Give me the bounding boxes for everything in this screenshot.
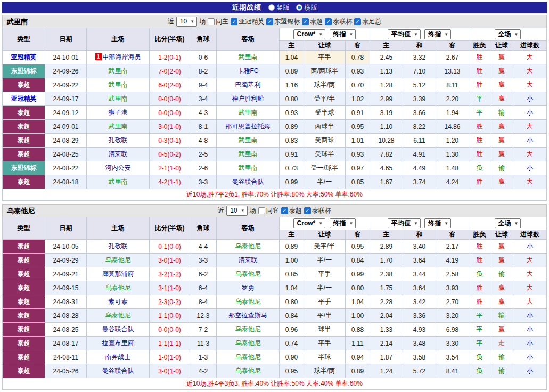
team-link[interactable]: 素可泰 xyxy=(109,298,128,305)
team-link[interactable]: 那空拉查斯马 xyxy=(229,312,267,319)
team-link[interactable]: 乌泰他尼 xyxy=(235,367,261,374)
team-link[interactable]: 乌泰他尼 xyxy=(235,242,261,250)
team-link[interactable]: 武里南 xyxy=(109,123,128,130)
home-team-cell: 1中部海岸海员 xyxy=(87,51,150,64)
odds-time-select[interactable]: 终指▼ xyxy=(330,29,356,39)
team-link[interactable]: 卡雅FC xyxy=(237,67,259,75)
league-checkbox[interactable]: ✓东盟锦标 xyxy=(266,17,300,26)
avg-time-select[interactable]: 终指▼ xyxy=(424,29,451,39)
goals-result-cell: 大 xyxy=(513,254,547,267)
team-link[interactable]: 武里南 xyxy=(239,109,258,116)
scope-select[interactable]: 全场▼ xyxy=(495,218,521,228)
league-type-cell[interactable]: 东盟锦标 xyxy=(3,64,45,78)
team-link[interactable]: 狮子港 xyxy=(109,109,128,116)
league-type-cell[interactable]: 泰超 xyxy=(3,323,45,337)
same-home-checkbox[interactable]: 同主 xyxy=(208,17,228,26)
col-avg-draw: 和 xyxy=(403,230,436,240)
match-date-cell: 24-08-28 xyxy=(45,309,87,323)
league-checkbox[interactable]: ✓亚冠精英 xyxy=(231,17,264,26)
team-link[interactable]: 武里南 xyxy=(239,150,258,158)
league-type-cell[interactable]: 泰超 xyxy=(3,337,45,350)
team-link[interactable]: 孔敬联 xyxy=(109,242,128,250)
league-type-cell[interactable]: 亚冠精英 xyxy=(3,92,45,106)
team-link[interactable]: 曼谷联合队 xyxy=(102,367,134,374)
avg-time-select[interactable]: 终指▼ xyxy=(424,218,451,228)
team-link[interactable]: 曼谷联合队 xyxy=(232,178,264,185)
league-type-cell[interactable]: 泰超 xyxy=(3,148,45,161)
team-link[interactable]: 武里南 xyxy=(109,81,128,88)
team-link[interactable]: 罗勇 xyxy=(242,284,255,291)
team-link[interactable]: 武里南 xyxy=(239,136,258,144)
league-type-cell[interactable]: 泰超 xyxy=(3,254,45,267)
avg-home-odds-cell: 1.75 xyxy=(370,281,403,295)
team-link[interactable]: 曼谷联合队 xyxy=(102,325,134,333)
match-count-select[interactable]: 10▼ xyxy=(176,17,197,27)
league-type-cell[interactable]: 泰超 xyxy=(3,295,45,309)
team-link[interactable]: 孔敬联 xyxy=(109,136,128,144)
league-type-cell[interactable]: 泰超 xyxy=(3,78,45,92)
score-cell: 1-0(1-0) xyxy=(150,350,190,364)
league-type-cell[interactable]: 泰超 xyxy=(3,106,45,120)
goals-result-cell: 大 xyxy=(513,64,547,78)
league-type-cell[interactable]: 泰超 xyxy=(3,364,45,378)
scope-select[interactable]: 全场▼ xyxy=(495,29,521,39)
col-corner: 角球 xyxy=(190,217,217,240)
team-link[interactable]: 清莱联 xyxy=(109,150,128,158)
league-type-cell[interactable]: 泰超 xyxy=(3,175,45,189)
league-type-cell[interactable]: 泰超 xyxy=(3,120,45,134)
team-link[interactable]: 武里南 xyxy=(239,53,258,61)
score-cell: 3-1(1-0) xyxy=(150,281,190,295)
radio-horizontal-layout[interactable]: 横版 xyxy=(296,3,317,12)
league-checkbox[interactable]: ✓泰超 xyxy=(281,206,302,215)
team-link[interactable]: 巴蜀基利 xyxy=(235,81,261,88)
home-team-cell: 素可泰 xyxy=(87,295,150,309)
league-type-cell[interactable]: 亚冠精英 xyxy=(3,51,45,64)
odds-select-cell: Crow*▼ 终指▼ xyxy=(280,217,370,230)
team-link[interactable]: 中部海岸海员 xyxy=(103,53,141,61)
score-cell: 3-0(1-0) xyxy=(150,364,190,378)
team-link[interactable]: 武里南 xyxy=(109,95,128,102)
league-type-cell[interactable]: 泰超 xyxy=(3,350,45,364)
match-date-cell: 24-08-31 xyxy=(45,295,87,309)
team-link[interactable]: 乌泰他尼 xyxy=(235,339,261,347)
team-link[interactable]: 乌泰他尼 xyxy=(105,256,131,264)
team-link[interactable]: 乌泰他尼 xyxy=(235,298,261,305)
avg-select[interactable]: 平均值▼ xyxy=(388,29,421,39)
league-type-cell[interactable]: 泰超 xyxy=(3,134,45,148)
team-link[interactable]: 神户胜利船 xyxy=(232,95,264,102)
filter-bar: 近 10▼ 场 同主 ✓亚冠精英✓东盟锦标✓泰超✓泰联杯✓泰足总 xyxy=(168,17,381,27)
team-link[interactable]: 武里南 xyxy=(239,164,258,172)
team-link[interactable]: 乌泰他尼 xyxy=(105,312,131,319)
avg-draw-odds-cell: 7.10 xyxy=(403,64,436,78)
league-type-cell[interactable]: 泰超 xyxy=(3,281,45,295)
odds-source-select[interactable]: Crow*▼ xyxy=(293,29,326,39)
avg-select[interactable]: 平均值▼ xyxy=(388,218,421,228)
avg-home-odds-cell: 2.28 xyxy=(370,295,403,309)
team-link[interactable]: 乌泰他尼 xyxy=(105,284,131,291)
team-link[interactable]: 武里南 xyxy=(109,67,128,75)
league-type-cell[interactable]: 泰超 xyxy=(3,309,45,323)
radio-vertical-layout[interactable]: 竖版 xyxy=(268,3,290,12)
match-count-select[interactable]: 10▼ xyxy=(226,206,247,216)
odds-source-select[interactable]: Crow*▼ xyxy=(293,218,326,228)
team-link[interactable]: 廊莫那浦府 xyxy=(102,270,134,277)
team-link[interactable]: 乌泰他尼 xyxy=(235,270,261,277)
team-link[interactable]: 拉查布里府 xyxy=(102,339,134,347)
same-away-checkbox[interactable]: 同客 xyxy=(258,206,279,215)
team-link[interactable]: 南奔战士 xyxy=(105,353,131,361)
team-link[interactable]: 清莱联 xyxy=(239,256,258,264)
odds-time-select[interactable]: 终指▼ xyxy=(330,218,356,228)
league-checkbox[interactable]: ✓泰足总 xyxy=(354,17,381,26)
team-link[interactable]: 河内公安 xyxy=(105,164,131,172)
team-link[interactable]: 乌泰他尼 xyxy=(235,325,261,333)
league-type-cell[interactable]: 泰超 xyxy=(3,240,45,254)
team-link[interactable]: 那可恩普拉托姆 xyxy=(226,123,271,130)
league-checkbox[interactable]: ✓泰联杯 xyxy=(325,17,352,26)
league-checkbox[interactable]: ✓泰超 xyxy=(302,17,323,26)
league-type-cell[interactable]: 东盟锦标 xyxy=(3,161,45,175)
league-type-cell[interactable]: 泰超 xyxy=(3,267,45,281)
team-link[interactable]: 武里南 xyxy=(109,178,128,185)
league-checkbox[interactable]: ✓泰联杯 xyxy=(304,206,331,215)
team-link[interactable]: 乌泰他尼 xyxy=(235,353,261,361)
col-away: 客场 xyxy=(217,28,280,51)
